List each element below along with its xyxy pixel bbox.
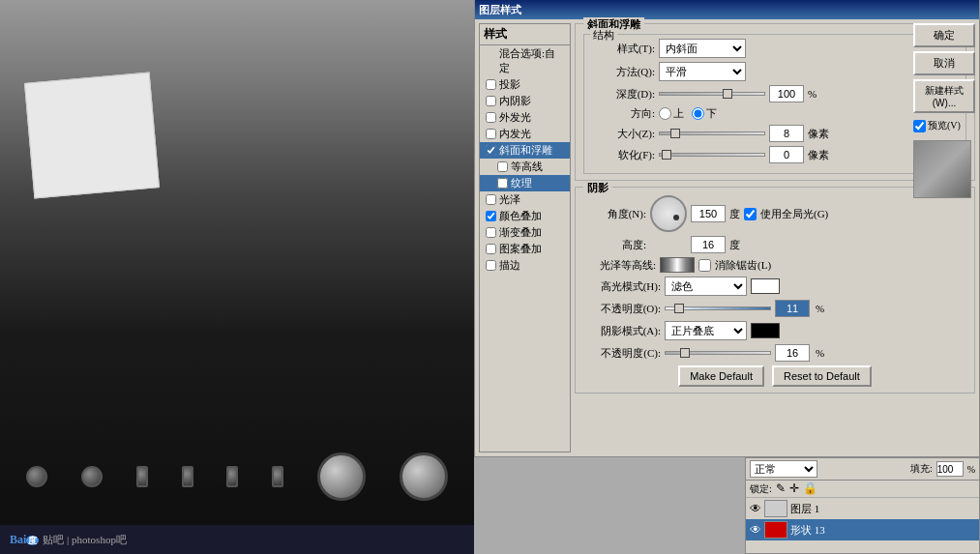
style-item-contour-label: 等高线 [511, 160, 543, 174]
gloss-strip[interactable] [660, 257, 695, 273]
style-item-satin[interactable]: 光泽 [480, 191, 570, 208]
highlight-opacity-thumb[interactable] [674, 304, 684, 313]
direction-down-radio[interactable] [692, 107, 704, 120]
angle-input[interactable] [691, 205, 726, 222]
size-slider-track[interactable] [659, 131, 765, 135]
style-item-inner-shadow[interactable]: 内阴影 [480, 93, 570, 109]
bottom-buttons: Make Default Reset to Default [583, 365, 966, 387]
shadow-opacity-thumb[interactable] [680, 348, 690, 358]
depth-slider-thumb[interactable] [723, 89, 732, 99]
style-item-inner-glow[interactable]: 内发光 [480, 126, 570, 142]
style-item-pattern-overlay[interactable]: 图案叠加 [480, 241, 570, 257]
direction-down-label[interactable]: 下 [692, 106, 717, 121]
preview-checkbox[interactable] [913, 120, 926, 132]
shadow-color-swatch[interactable] [751, 323, 780, 338]
style-item-gradient-overlay[interactable]: 渐变叠加 [480, 224, 570, 241]
depth-slider-track[interactable] [659, 92, 765, 96]
style-item-blending-label: 混合选项:自定 [499, 46, 566, 75]
shadow-mode-row: 阴影模式(A): 正片叠底 [583, 321, 966, 340]
pattern-overlay-checkbox[interactable] [486, 244, 496, 254]
shadow-mode-label: 阴影模式(A): [583, 324, 661, 338]
gloss-label: 光泽等高线: [583, 258, 656, 273]
make-default-button[interactable]: Make Default [678, 365, 764, 387]
size-input[interactable] [769, 125, 804, 142]
gradient-overlay-checkbox[interactable] [486, 227, 496, 238]
highlight-mode-select[interactable]: 滤色 [665, 277, 747, 296]
fill-input[interactable] [936, 461, 964, 477]
method-select[interactable]: 平滑 [659, 62, 746, 81]
altitude-input[interactable] [691, 236, 726, 253]
layer-style-dialog: 图层样式 样式 混合选项:自定 投影 内阴影 外发光 [474, 0, 980, 457]
knob-large-2 [400, 452, 448, 501]
layers-panel: 正常 填充: % 锁定: ✎ ✛ 🔒 👁 图层 1 👁 形状 13 [745, 457, 980, 554]
method-label: 方法(Q): [592, 65, 655, 79]
slider-1 [136, 466, 148, 487]
baidu-logo: Bai度 [10, 533, 39, 547]
layer-item-shape13[interactable]: 👁 形状 13 [746, 519, 979, 540]
style-item-stroke[interactable]: 描边 [480, 257, 570, 274]
size-unit: 像素 [808, 127, 829, 141]
layer-item-1[interactable]: 👁 图层 1 [746, 498, 979, 519]
style-item-bevel[interactable]: 斜面和浮雕 [480, 142, 570, 159]
style-item-shadow[interactable]: 投影 [480, 76, 570, 93]
outer-glow-checkbox[interactable] [486, 112, 496, 123]
style-item-inner-shadow-label: 内阴影 [499, 94, 531, 108]
shadow-section-title: 阴影 [583, 181, 612, 195]
style-item-color-overlay[interactable]: 颜色叠加 [480, 208, 570, 224]
soften-input[interactable] [769, 146, 804, 163]
shadow-opacity-slider[interactable] [665, 351, 771, 355]
style-item-outer-glow[interactable]: 外发光 [480, 109, 570, 126]
confirm-button[interactable]: 确定 [913, 23, 975, 47]
highlight-color-swatch[interactable] [751, 278, 780, 294]
direction-up-label[interactable]: 上 [659, 106, 684, 121]
size-slider-thumb[interactable] [670, 129, 680, 138]
layer-shape13-thumb [764, 521, 787, 539]
contour-checkbox[interactable] [497, 161, 508, 172]
antialiase-checkbox[interactable] [698, 259, 711, 272]
global-light-checkbox[interactable] [744, 208, 757, 220]
lock-label: 锁定: [750, 482, 772, 496]
layer-1-eye-icon[interactable]: 👁 [750, 502, 761, 516]
lock-all-icon[interactable]: 🔒 [803, 481, 817, 496]
stroke-checkbox[interactable] [486, 260, 496, 271]
lock-move-icon[interactable]: ✛ [789, 481, 799, 496]
shadow-checkbox[interactable] [486, 79, 496, 90]
inner-shadow-checkbox[interactable] [486, 96, 496, 106]
satin-checkbox[interactable] [486, 194, 496, 205]
method-row: 方法(Q): 平滑 [592, 62, 958, 81]
angle-wheel[interactable] [650, 195, 687, 232]
global-light-label: 使用全局光(G) [760, 207, 828, 221]
style-item-contour[interactable]: 等高线 [480, 159, 570, 175]
color-overlay-checkbox[interactable] [486, 211, 496, 221]
soften-slider-track[interactable] [659, 153, 765, 157]
reset-to-default-button[interactable]: Reset to Default [772, 365, 872, 387]
inner-glow-checkbox[interactable] [486, 129, 496, 139]
highlight-opacity-input[interactable] [775, 300, 810, 317]
shadow-mode-select[interactable]: 正片叠底 [665, 321, 747, 340]
soften-slider-thumb[interactable] [662, 150, 671, 160]
highlight-opacity-slider[interactable] [665, 306, 771, 310]
style-item-outer-glow-label: 外发光 [499, 110, 531, 125]
highlight-mode-row: 高光模式(H): 滤色 [583, 277, 966, 296]
layer-shape13-eye-icon[interactable]: 👁 [750, 523, 761, 538]
style-select[interactable]: 内斜面 [659, 39, 746, 58]
slider-3 [226, 466, 238, 487]
depth-label: 深度(D): [592, 87, 655, 102]
shadow-opacity-input[interactable] [775, 344, 810, 362]
texture-checkbox[interactable] [497, 178, 508, 189]
depth-input[interactable] [769, 85, 804, 102]
style-item-blending[interactable]: 混合选项:自定 [480, 45, 570, 76]
structure-legend: 结构 [590, 28, 617, 43]
new-style-button[interactable]: 新建样式(W)... [913, 79, 975, 113]
direction-row: 方向: 上 下 [592, 106, 958, 121]
direction-up-radio[interactable] [659, 107, 671, 120]
direction-label: 方向: [592, 106, 655, 121]
slider-2 [182, 466, 193, 487]
bevel-checkbox[interactable] [486, 145, 496, 156]
branding-text: 贴吧 | photoshop吧 [43, 533, 127, 547]
style-item-texture[interactable]: 纹理 [480, 175, 570, 191]
lock-brush-icon[interactable]: ✎ [776, 481, 786, 496]
blend-mode-select[interactable]: 正常 [750, 460, 817, 478]
style-item-satin-label: 光泽 [499, 192, 520, 207]
cancel-button[interactable]: 取消 [913, 51, 975, 75]
